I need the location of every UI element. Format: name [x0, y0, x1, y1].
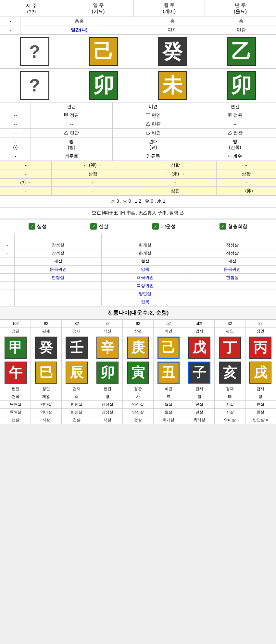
nyeonju-bottom-char: 卯 [227, 71, 256, 100]
ilju-header: 일 주 (기묘) [63, 0, 134, 17]
jungsin2-nyeonju: -- [194, 120, 276, 129]
daeun-ss2-2: 반안살 [61, 409, 92, 416]
daeun-tc-4: 庚 [123, 335, 153, 360]
jungsin3-siju: -- [0, 129, 31, 137]
daeun-ss3-0: 년살 [0, 416, 31, 424]
shinsal-8-nyeonju [189, 298, 276, 306]
jungsin1-siju: -- [0, 111, 31, 120]
daeun-sp-0: 정관 [0, 328, 31, 335]
daeun-bc-5: 丑 [153, 360, 184, 385]
daeun-s2b-4: 사 [123, 393, 153, 401]
byeong-nyeonju: 병 (건록) [194, 137, 276, 152]
checkbox-hyeongchung[interactable]: ✓ 형충회합 [220, 223, 247, 230]
checkbox-sipsung-label: 십성 [37, 223, 47, 230]
sipsung-siju: - [0, 102, 31, 111]
daeun-age-3: 72 [92, 320, 122, 328]
daeun-s2b-2: 쇠 [61, 393, 92, 401]
daeun-ss1-8: 천살 [245, 401, 276, 409]
checkbox-shinsal[interactable]: ✓ 신살 [90, 223, 108, 230]
daeun-sp-2: 정재 [61, 328, 92, 335]
shinsal-0-siju: - [0, 234, 15, 241]
shinsal-3-ilju: 재살 [14, 257, 101, 266]
daeun-tc-3: 辛 [92, 335, 122, 360]
checkbox-sipsung[interactable]: ✓ 십성 [29, 223, 47, 230]
yellow-row0-siju: - [0, 161, 52, 170]
shinsal-8-wolju: 협록 [102, 298, 189, 306]
daeun-ss1-5: 월살 [153, 401, 184, 409]
daeun-bc-3: 卯 [92, 360, 122, 385]
checkbox-shinsal-label: 신살 [99, 223, 108, 230]
ilju-top-char: 己 [89, 37, 118, 66]
daeun-tc-0: 甲 [0, 335, 31, 360]
shinsal-3-nyeonju: 재살 [189, 257, 276, 266]
daeun-s2b-7: 태 [215, 393, 245, 401]
daeun-shinsal2-row: 육해살 역마살 반안살 장성살 망신살 월살 년살 지살 천살 [0, 409, 276, 416]
yellow-row3-nyeonju: ← (卯) [216, 187, 276, 196]
jungsin2-wolju: 乙 편관 [112, 120, 194, 129]
byeong-siju: - (-) [0, 137, 31, 152]
shinsal-5-siju [0, 274, 15, 282]
daeun-ss2-3: 장성살 [92, 409, 122, 416]
wolju-top-char: 癸 [158, 37, 187, 66]
daeun-header: 전통나이(대운수:2, 순행) [0, 306, 276, 319]
daeun-bc-8: 戌 [245, 360, 276, 385]
daeun-age-8: 22 [245, 320, 276, 328]
jungsin1-nyeonju: 甲 정관 [194, 111, 276, 120]
daeun-s2t-3: 편관 [92, 385, 122, 393]
shinsal-0-wolju: - [102, 234, 189, 241]
yellow-row2-ilju: - [52, 179, 134, 187]
shinsal-4-ilju: 문곡귀인 [14, 266, 101, 274]
yellow-table: - ← (卯) → 삼합 - - 삼합 ← (未) → 삼합 (?) → - -… [0, 161, 276, 196]
siju-header: 시 주 (??) [0, 0, 63, 17]
daeun-age-0: 102 [0, 320, 31, 328]
shinsal-4-nyeonju: 문곡귀인 [189, 266, 276, 274]
ilju-top-char-cell: 己 [69, 35, 138, 68]
char-boxes-top: ? 己 癸 乙 [0, 35, 276, 68]
chung-siju: - [0, 17, 20, 26]
siju-bottom-char: ? [20, 71, 49, 100]
shinsal-2-nyeonju: 장성살 [189, 249, 276, 257]
ilgan-nyeonju: 편관 [207, 26, 276, 35]
shinsal-2-siju: - [0, 249, 15, 257]
daeun-sp-6: 겁재 [184, 328, 214, 335]
daeun-table: 102 92 82 72 62 52 42 32 22 정관 편재 정재 식신 … [0, 319, 276, 424]
sipsung-wolju: 비견 [112, 102, 194, 111]
yellow-row2-nyeonju: - [216, 179, 276, 187]
sungdu-siju: - [0, 152, 31, 161]
daeun-s2b-3: 병 [92, 393, 122, 401]
daeun-age-1: 92 [31, 320, 61, 328]
shinsal-0-ilju: - [14, 234, 101, 241]
checkbox-12unsung[interactable]: ✓ 12운성 [152, 223, 176, 230]
daeun-s2b-5: 묘 [153, 393, 184, 401]
daeun-sp-4: 상관 [123, 328, 153, 335]
yellow-row1-wolju: ← (未) → [134, 170, 217, 179]
sipsung-nyeonju: 편관 [194, 102, 276, 111]
daeun-sipsung2-top-row: 편인 정인 겁재 편관 정관 비견 편재 정재 겁재 [0, 385, 276, 393]
daeun-age-6: 42 [184, 320, 214, 328]
shinsal-0-nyeonju: - [189, 234, 276, 241]
shinsal-4-wolju: 암록 [102, 266, 189, 274]
nyeonju-top-char-cell: 乙 [207, 35, 276, 68]
daeun-top-chars-row: 甲 癸 壬 辛 庚 己 戊 丁 丙 [0, 335, 276, 360]
yellow-row3-siju: - [0, 187, 52, 196]
daeun-sp-3: 식신 [92, 328, 122, 335]
daeun-bottom-chars-row: 午 巳 辰 卯 寅 丑 子 亥 戌 [0, 360, 276, 385]
jungsin2-ilju: -- [31, 120, 112, 129]
daeun-s2t-2: 겁재 [61, 385, 92, 393]
daeun-s2b-6: 절 [184, 393, 214, 401]
jungsin1-wolju: 丁 편인 [112, 111, 194, 120]
checkbox-12unsung-label: 12운성 [161, 223, 176, 230]
yellow-row2-wolju: - [134, 179, 217, 187]
daeun-ss2-6: 년살 [184, 409, 214, 416]
daeun-age-5: 52 [153, 320, 184, 328]
column-headers: 시 주 (??) 일 주 (기묘) 월 주 (계미) 년 주 (을묘) [0, 0, 276, 17]
shinsal-1-siju: - [0, 241, 15, 249]
nyeonju-top-char: 乙 [227, 37, 256, 66]
daeun-s2t-8: 겁재 [245, 385, 276, 393]
sipsung-ilju: 편관 [31, 102, 112, 111]
daeun-ages-row: 102 92 82 72 62 52 42 32 22 [0, 320, 276, 328]
daeun-age-2: 82 [61, 320, 92, 328]
yellow-row0-nyeonju: - [216, 161, 276, 170]
main-container: 시 주 (??) 일 주 (기묘) 월 주 (계미) 년 주 (을묘) - 충충… [0, 0, 276, 424]
nyeonju-header: 년 주 (을묘) [205, 0, 276, 17]
